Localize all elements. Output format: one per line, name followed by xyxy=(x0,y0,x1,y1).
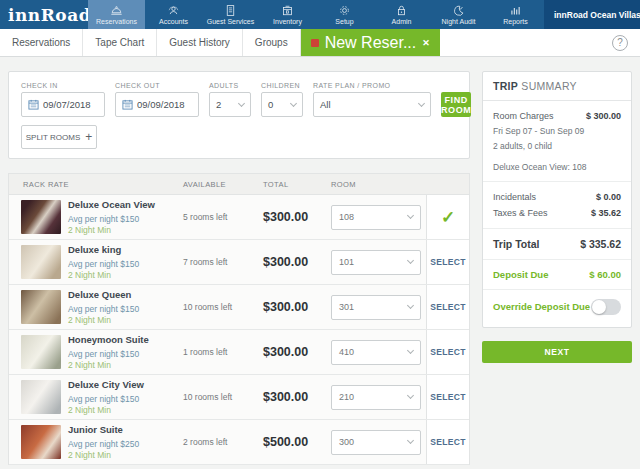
children-select[interactable]: 0 xyxy=(261,92,303,117)
select-button[interactable]: SELECT xyxy=(430,347,465,357)
main-nav-items: Reservations Accounts Guest Services Inv… xyxy=(88,0,544,29)
rooms-left: 2 rooms left xyxy=(183,420,263,464)
chevron-down-icon xyxy=(407,392,414,399)
taxes-value: $ 35.62 xyxy=(591,208,621,218)
check-in-field: CHECK IN xyxy=(21,82,105,117)
plus-icon: + xyxy=(85,130,92,144)
room-number-value: 108 xyxy=(339,212,354,222)
main-column: CHECK IN CHECK OUT xyxy=(8,71,470,465)
split-rooms-button[interactable]: SPLIT ROOMS + xyxy=(21,125,97,149)
room-number-select[interactable]: 410 xyxy=(331,340,421,365)
select-button[interactable]: SELECT xyxy=(430,302,465,312)
nav-item-setup[interactable]: Setup xyxy=(316,0,373,29)
adults-select[interactable]: 2 xyxy=(209,92,251,117)
calendar-icon xyxy=(122,99,133,110)
trip-summary-title: TRIP SUMMARY xyxy=(483,72,631,101)
night-min-label: 2 Night Min xyxy=(68,360,149,370)
room-type-name: Deluxe Queen xyxy=(68,289,139,300)
room-number-select[interactable]: 210 xyxy=(331,385,421,410)
room-number-select[interactable]: 300 xyxy=(331,430,421,455)
select-button[interactable]: SELECT xyxy=(430,257,465,267)
selected-check-icon: ✓ xyxy=(441,207,455,228)
incidentals-value: $ 0.00 xyxy=(596,192,621,202)
room-number-value: 300 xyxy=(339,437,354,447)
tab-reservations[interactable]: Reservations xyxy=(0,29,83,56)
select-button[interactable]: SELECT xyxy=(430,392,465,402)
tab-guest-history[interactable]: Guest History xyxy=(157,29,243,56)
room-result-row: Deluxe king Avg per night $150 2 Night M… xyxy=(9,240,469,285)
nav-item-guest-services[interactable]: Guest Services xyxy=(202,0,259,29)
header-room: ROOM xyxy=(331,180,426,189)
nav-right-section: innRoad Ocean Villas RD xyxy=(544,0,640,29)
content-area: CHECK IN CHECK OUT xyxy=(0,57,640,465)
avg-per-night-link[interactable]: Avg per night $150 xyxy=(68,394,144,404)
rooms-left: 1 rooms left xyxy=(183,330,263,374)
nav-item-reports[interactable]: Reports xyxy=(487,0,544,29)
room-total: $300.00 xyxy=(263,195,331,239)
tab-bar: Reservations Tape Chart Guest History Gr… xyxy=(0,29,640,57)
rooms-left: 10 rooms left xyxy=(183,285,263,329)
room-total: $500.00 xyxy=(263,420,331,464)
tab-groups[interactable]: Groups xyxy=(243,29,301,56)
override-deposit-toggle[interactable] xyxy=(591,299,621,315)
override-deposit-label: Override Deposit Due xyxy=(493,301,590,312)
moon-check-icon xyxy=(452,4,465,17)
room-total: $300.00 xyxy=(263,285,331,329)
night-min-label: 2 Night Min xyxy=(68,315,139,325)
tab-tape-chart[interactable]: Tape Chart xyxy=(83,29,157,56)
children-value: 0 xyxy=(268,99,273,110)
check-in-value[interactable] xyxy=(43,99,98,110)
room-charges-value: $ 300.00 xyxy=(586,111,621,121)
room-number-select[interactable]: 108 xyxy=(331,205,421,230)
results-rows: Deluxe Ocean View Avg per night $150 2 N… xyxy=(9,195,469,465)
check-out-label: CHECK OUT xyxy=(115,82,199,89)
avg-per-night-link[interactable]: Avg per night $150 xyxy=(68,214,155,224)
check-out-value[interactable] xyxy=(137,99,192,110)
room-total: $300.00 xyxy=(263,330,331,374)
avg-per-night-link[interactable]: Avg per night $150 xyxy=(68,349,149,359)
select-button[interactable]: SELECT xyxy=(430,437,465,447)
close-tab-icon[interactable]: ✕ xyxy=(422,38,430,48)
room-number-select[interactable]: 101 xyxy=(331,250,421,275)
adults-label: ADULTS xyxy=(209,82,251,89)
chevron-down-icon xyxy=(407,302,414,309)
chevron-down-icon xyxy=(418,99,425,106)
check-in-label: CHECK IN xyxy=(21,82,105,89)
check-out-field: CHECK OUT xyxy=(115,82,199,117)
room-charges-label: Room Charges xyxy=(493,111,554,121)
room-type-name: Deluxe Ocean View xyxy=(68,199,155,210)
top-navbar: innRoad Reservations Accounts Guest Serv… xyxy=(0,0,640,29)
override-deposit-row: Override Deposit Due xyxy=(483,289,631,327)
find-room-button[interactable]: FIND ROOM xyxy=(441,92,471,117)
adults-value: 2 xyxy=(216,99,221,110)
property-selector[interactable]: innRoad Ocean Villas xyxy=(554,10,640,20)
avg-per-night-link[interactable]: Avg per night $150 xyxy=(68,304,139,314)
trip-summary-panel: TRIP SUMMARY Room Charges $ 300.00 Fri S… xyxy=(482,71,632,328)
tab-list: Reservations Tape Chart Guest History Gr… xyxy=(0,29,301,56)
avg-per-night-link[interactable]: Avg per night $250 xyxy=(68,439,139,449)
nav-item-accounts[interactable]: Accounts xyxy=(145,0,202,29)
nav-item-inventory[interactable]: Inventory xyxy=(259,0,316,29)
split-rooms-label: SPLIT ROOMS xyxy=(26,133,81,142)
tab-new-reservation[interactable]: New Reser... ✕ xyxy=(301,29,440,56)
bell-icon xyxy=(110,4,123,17)
room-number-value: 410 xyxy=(339,347,354,357)
room-number-value: 101 xyxy=(339,257,354,267)
check-out-input[interactable] xyxy=(115,92,199,117)
header-rack-rate: RACK RATE xyxy=(9,180,183,189)
rate-plan-select[interactable]: All xyxy=(313,92,431,117)
nav-item-night-audit[interactable]: Night Audit xyxy=(430,0,487,29)
help-icon[interactable]: ? xyxy=(612,35,628,51)
avg-per-night-link[interactable]: Avg per night $150 xyxy=(68,259,139,269)
next-button[interactable]: NEXT xyxy=(482,341,632,363)
rate-plan-label: RATE PLAN / PROMO xyxy=(313,82,431,89)
night-min-label: 2 Night Min xyxy=(68,270,139,280)
nav-item-reservations[interactable]: Reservations xyxy=(88,0,145,29)
room-number-select[interactable]: 301 xyxy=(331,295,421,320)
selected-room-line: Deluxe Ocean View: 108 xyxy=(493,157,621,174)
nav-item-admin[interactable]: Admin xyxy=(373,0,430,29)
check-in-input[interactable] xyxy=(21,92,105,117)
room-number-value: 301 xyxy=(339,302,354,312)
row-action-cell: ✓ SELECT xyxy=(426,330,469,374)
room-total: $300.00 xyxy=(263,240,331,284)
